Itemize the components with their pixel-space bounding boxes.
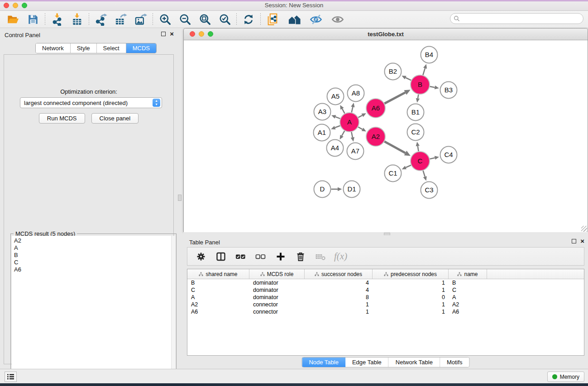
search-field[interactable] (450, 13, 583, 24)
graph-node-A7[interactable]: A7 (347, 143, 364, 160)
result-list-scrollbar[interactable] (171, 236, 175, 386)
graph-edge-A-A3[interactable] (331, 115, 340, 119)
column-header-predecessor-nodes[interactable]: predecessor nodes (373, 269, 449, 279)
table-row[interactable]: A2connector11A2 (187, 301, 584, 308)
table-cell[interactable]: A6 (449, 308, 487, 315)
table-row[interactable]: Adominator80A (187, 294, 584, 301)
close-panel-icon[interactable]: × (170, 32, 174, 36)
add-column-button[interactable] (274, 250, 287, 262)
network-window-titlebar[interactable]: testGlobe.txt (184, 29, 588, 40)
refresh-button[interactable] (241, 12, 256, 27)
zoom-selected-button[interactable] (217, 12, 232, 27)
table-cell[interactable]: 1 (373, 301, 449, 308)
clone-network-button[interactable] (265, 12, 280, 27)
close-panel-button[interactable]: Close panel (91, 113, 139, 124)
graph-node-B1[interactable]: B1 (407, 104, 424, 121)
first-neighbors-button[interactable] (287, 12, 302, 27)
tab-mcds[interactable]: MCDS (126, 43, 156, 53)
export-image-button[interactable] (133, 12, 148, 27)
graph-edge-A-A4[interactable] (340, 131, 345, 139)
graph-node-C[interactable]: C (411, 152, 430, 171)
table-cell[interactable]: C (187, 286, 249, 294)
table-cell[interactable]: 1 (373, 286, 449, 294)
tab-node-table[interactable]: Node Table (302, 357, 345, 367)
panel-divider-horizontal[interactable] (183, 232, 588, 235)
divider-grip[interactable] (178, 195, 182, 201)
table-cell[interactable]: B (187, 279, 249, 286)
result-list-item[interactable]: A6 (14, 266, 175, 273)
graph-edge-C-C4[interactable] (430, 156, 439, 160)
delete-column-button[interactable] (294, 250, 306, 262)
toggle-panel-layout-button[interactable] (215, 250, 227, 262)
memory-button[interactable]: Memory (547, 372, 584, 382)
graph-edge-B-B1[interactable] (416, 95, 420, 103)
float-panel-icon[interactable] (572, 239, 576, 243)
task-history-button[interactable] (5, 372, 17, 382)
graph-edge-A-A2[interactable] (358, 127, 366, 132)
graph-node-B4[interactable]: B4 (421, 47, 438, 63)
zoom-out-button[interactable] (177, 12, 192, 27)
tab-select[interactable]: Select (97, 43, 126, 53)
graph-node-C1[interactable]: C1 (385, 165, 402, 182)
column-header-shared-name[interactable]: shared name (187, 269, 249, 279)
tab-style[interactable]: Style (71, 43, 97, 53)
table-cell[interactable]: B (449, 279, 487, 286)
graph-node-D1[interactable]: D1 (344, 181, 360, 198)
close-panel-icon[interactable]: × (580, 239, 584, 243)
table-cell[interactable]: dominator (249, 286, 305, 294)
result-list-item[interactable]: C (14, 259, 175, 266)
column-header-name[interactable]: name (449, 269, 487, 279)
graph-node-A2[interactable]: A2 (366, 127, 385, 146)
zoom-in-button[interactable] (157, 12, 172, 27)
graph-edge-A-A5[interactable] (340, 105, 344, 114)
table-cell[interactable]: A (449, 294, 487, 301)
table-cell[interactable]: C (449, 286, 487, 294)
column-settings-button[interactable] (195, 250, 207, 262)
graph-node-A1[interactable]: A1 (314, 124, 330, 141)
optimization-criterion-select[interactable]: largest connected component (directed) ▲… (20, 97, 162, 108)
tab-edge-table[interactable]: Edge Table (345, 357, 389, 367)
import-network-button[interactable] (49, 12, 65, 27)
result-list-item[interactable]: B (14, 252, 175, 259)
table-cell[interactable]: 1 (305, 308, 373, 315)
panel-divider-vertical[interactable] (177, 28, 183, 369)
export-network-button[interactable] (93, 12, 109, 27)
graph-node-B3[interactable]: B3 (440, 82, 457, 99)
select-all-columns-button[interactable] (234, 250, 247, 262)
column-header-MCDS-role[interactable]: MCDS role (249, 269, 305, 279)
zoom-fit-button[interactable] (197, 12, 212, 27)
graph-node-A[interactable]: A (340, 113, 359, 132)
show-all-button[interactable] (330, 12, 345, 27)
table-cell[interactable]: connector (249, 301, 305, 308)
window-resize-grip[interactable] (581, 226, 587, 232)
hide-selected-button[interactable] (308, 12, 324, 27)
table-cell[interactable]: 0 (373, 294, 449, 301)
table-row[interactable]: Bdominator41B (187, 279, 584, 286)
deselect-all-columns-button[interactable] (254, 250, 267, 262)
graph-edge-D-D1[interactable] (331, 187, 342, 191)
graph-node-C2[interactable]: C2 (407, 124, 424, 141)
graph-node-A6[interactable]: A6 (366, 99, 385, 118)
graph-node-B[interactable]: B (411, 75, 430, 94)
table-row[interactable]: Cdominator41C (187, 286, 584, 294)
table-cell[interactable]: 1 (305, 301, 373, 308)
export-table-button[interactable] (113, 12, 129, 27)
search-input[interactable] (460, 15, 583, 22)
table-row[interactable]: A6connector11A6 (187, 308, 584, 315)
result-list-item[interactable]: A (14, 244, 175, 252)
graph-node-A5[interactable]: A5 (327, 88, 344, 105)
table-cell[interactable]: 4 (305, 286, 373, 294)
tab-motifs[interactable]: Motifs (440, 357, 469, 367)
table-cell[interactable]: dominator (249, 279, 305, 286)
network-canvas[interactable]: B4B2BB3A8A5A6A3B1AA1C2A2A4A7C4CC1C3DD1 (184, 40, 588, 232)
result-list-item[interactable]: A2 (14, 237, 175, 244)
float-panel-icon[interactable] (161, 32, 166, 36)
graph-edge-C-C3[interactable] (423, 171, 427, 181)
tab-network[interactable]: Network (36, 43, 71, 53)
save-session-button[interactable] (25, 12, 41, 27)
run-mcds-button[interactable]: Run MCDS (39, 113, 85, 124)
table-cell[interactable]: 1 (373, 279, 449, 286)
graph-edge-C-C2[interactable] (416, 142, 420, 151)
table-cell[interactable]: 4 (305, 279, 373, 286)
import-table-button[interactable] (69, 12, 85, 27)
